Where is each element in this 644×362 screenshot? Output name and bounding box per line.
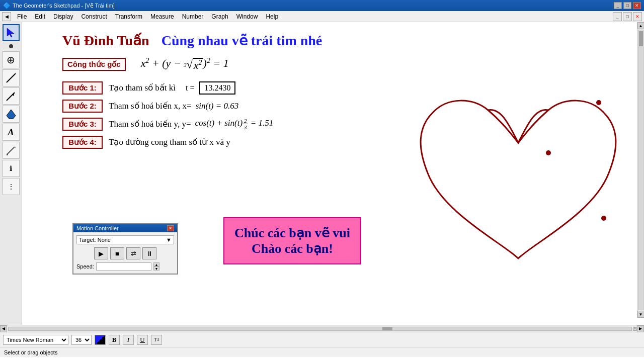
color-picker[interactable] <box>95 335 106 345</box>
menu-graph[interactable]: Graph <box>207 12 232 21</box>
menu-window[interactable]: Window <box>232 12 262 21</box>
statusbar: Select or drag objects <box>0 347 644 357</box>
svg-marker-0 <box>7 28 14 37</box>
mc-reverse-button[interactable]: ⇄ <box>126 247 140 259</box>
step-3-text: Tham số hoá biến y, y= <box>109 119 191 129</box>
step-4-label: Bước 4: <box>62 136 103 149</box>
main-formula: x2 + (y − 3√x2)2 = 1 <box>141 57 229 72</box>
heart-display <box>413 42 634 294</box>
svg-marker-3 <box>12 93 15 96</box>
step-2-label: Bước 2: <box>62 100 103 113</box>
mc-play-button[interactable]: ▶ <box>94 247 108 259</box>
mc-speed-spinner: ▲ ▼ <box>153 262 159 270</box>
mc-controls: ▶ ■ ⇄ ⏸ <box>76 247 174 259</box>
menubar-right-controls: _ □ ✕ <box>611 12 644 21</box>
vscroll-down[interactable]: ▼ <box>637 311 645 318</box>
vertical-scrollbar[interactable]: ▲ ▼ <box>637 22 644 318</box>
mc-speed-input[interactable] <box>96 262 151 270</box>
hscroll-grip[interactable]: ⋮ <box>633 327 637 331</box>
mc-titlebar: Motion Controller ✕ <box>73 224 177 232</box>
main-container: ⊕ A ℹ ⋮ Vũ Đình Tuấn Cùng nhau vẽ trái t… <box>0 22 644 325</box>
horizontal-scrollbar[interactable]: ◀ ⋮ ▶ <box>0 325 644 332</box>
step-3-label: Bước 3: <box>62 118 103 131</box>
menubar: ◀ File Edit Display Construct Transform … <box>0 11 644 22</box>
close-button[interactable]: ✕ <box>633 2 641 9</box>
menubar-icons: ◀ <box>0 12 13 21</box>
mc-stop-button[interactable]: ■ <box>110 247 124 259</box>
vscroll-thumb[interactable] <box>639 31 643 46</box>
window-close-btn[interactable]: ✕ <box>633 12 642 21</box>
hscroll-thumb[interactable] <box>382 327 392 330</box>
underline-button[interactable]: U <box>137 335 148 345</box>
mc-close-button[interactable]: ✕ <box>167 225 174 231</box>
menu-edit[interactable]: Edit <box>31 12 49 21</box>
hscroll-left[interactable]: ◀ <box>0 325 7 332</box>
menu-icon-left[interactable]: ◀ <box>2 12 11 21</box>
mc-speed-down[interactable]: ▼ <box>153 266 159 270</box>
subtitle-text: Cùng nhau vẽ trái tim nhé <box>162 33 323 48</box>
mc-speed-up[interactable]: ▲ <box>153 262 159 266</box>
mc-body: Target: None ▼ ▶ ■ ⇄ ⏸ Speed: ▲ ▼ <box>73 232 177 274</box>
mc-title: Motion Controller <box>76 225 119 231</box>
compass-tool[interactable]: ⊕ <box>3 51 20 68</box>
greeting-line1: Chúc các bạn vẽ vui <box>234 225 350 241</box>
bold-button[interactable]: B <box>109 335 120 345</box>
author-name: Vũ Đình Tuấn <box>62 33 149 48</box>
pencil-tool[interactable] <box>3 142 20 159</box>
menu-file[interactable]: File <box>13 12 31 21</box>
italic-button[interactable]: I <box>123 335 134 345</box>
window-minimize-btn[interactable]: _ <box>613 12 622 21</box>
formula-label-box: Công thức gốc <box>62 58 126 71</box>
polygon-tool[interactable] <box>3 106 20 123</box>
window-restore-btn[interactable]: □ <box>623 12 632 21</box>
mc-speed-row: Speed: ▲ ▼ <box>76 262 174 270</box>
select-tool[interactable] <box>3 24 20 41</box>
heart-dot-middle <box>546 150 551 155</box>
minimize-button[interactable]: _ <box>614 2 622 9</box>
line-tool[interactable] <box>3 69 20 86</box>
svg-line-1 <box>7 73 16 82</box>
info-tool[interactable]: ℹ <box>3 160 20 177</box>
t-value: 13.2430 <box>199 81 235 95</box>
step-2-text: Tham số hoá biến x, x= <box>109 101 192 111</box>
menu-number[interactable]: Number <box>178 12 208 21</box>
step-2-formula: sin(t) = 0.63 <box>196 101 239 111</box>
titlebar-left: 🔷 The Geometer's Sketchpad - [Vẽ Trái ti… <box>3 2 115 9</box>
titlebar: 🔷 The Geometer's Sketchpad - [Vẽ Trái ti… <box>0 0 644 11</box>
font-selector[interactable]: Times New Roman Arial Courier New <box>3 335 68 345</box>
more-tool[interactable]: ⋮ <box>3 178 20 195</box>
menu-display[interactable]: Display <box>49 12 77 21</box>
svg-line-5 <box>7 147 14 154</box>
font-size-selector[interactable]: 36 24 18 12 <box>71 335 92 345</box>
text-tool[interactable]: A <box>3 124 20 141</box>
heart-dot-top <box>596 100 601 105</box>
menu-measure[interactable]: Measure <box>146 12 178 21</box>
titlebar-controls: _ □ ✕ <box>614 2 641 9</box>
mc-speed-label: Speed: <box>76 263 94 269</box>
step-1-label: Bước 1: <box>62 81 103 95</box>
step-1-text: Tạo tham số bất kì <box>109 82 176 93</box>
maximize-button[interactable]: □ <box>623 2 631 9</box>
vscroll-track[interactable] <box>638 30 643 310</box>
mc-pause-button[interactable]: ⏸ <box>142 247 156 259</box>
svg-marker-4 <box>7 110 16 119</box>
hscroll-track[interactable] <box>8 327 632 331</box>
heart-svg <box>413 42 624 284</box>
hscroll-right[interactable]: ▶ <box>637 325 644 332</box>
status-text: Select or drag objects <box>4 349 57 355</box>
heart-dot-right <box>601 216 606 221</box>
menu-help[interactable]: Help <box>262 12 282 21</box>
arrow-tool[interactable] <box>3 87 20 105</box>
vscroll-up[interactable]: ▲ <box>637 22 645 29</box>
motion-controller: Motion Controller ✕ Target: None ▼ ▶ ■ ⇄… <box>72 223 178 275</box>
svg-rect-7 <box>7 154 8 155</box>
app-icon: 🔷 <box>3 2 11 9</box>
menu-construct[interactable]: Construct <box>77 12 111 21</box>
app-title: The Geometer's Sketchpad - [Vẽ Trái tim] <box>13 3 115 9</box>
svg-marker-6 <box>14 146 16 148</box>
special-format-button[interactable]: T3 <box>151 335 162 345</box>
menu-transform[interactable]: Transform <box>111 12 146 21</box>
canvas-area[interactable]: Vũ Đình Tuấn Cùng nhau vẽ trái tim nhé C… <box>22 22 644 325</box>
step-4-text: Tạo đường cong tham số từ x và y <box>109 137 230 147</box>
greeting-box: Chúc các bạn vẽ vui Chào các bạn! <box>223 217 361 264</box>
